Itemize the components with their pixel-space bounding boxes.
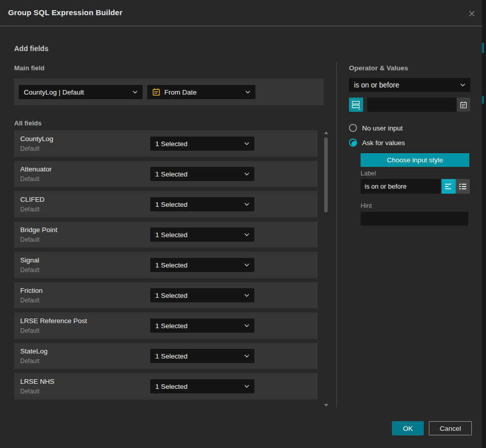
field-type: Default [20,388,39,395]
dialog-titlebar: Group SQL Expression Builder [0,0,482,26]
field-name: Friction [20,287,42,294]
field-selection-value: 1 Selected [155,352,241,360]
field-type: Default [20,236,39,243]
field-row: Signal Default 1 Selected [14,252,318,278]
field-selection-dropdown[interactable]: 1 Selected [150,288,254,302]
field-type: Default [20,357,39,365]
ok-button[interactable]: OK [392,421,424,435]
panel-divider [336,62,337,408]
field-name: LRSE NHS [20,378,55,385]
single-line-input-toggle[interactable] [441,179,456,194]
radio-circle-selected-icon [349,139,357,147]
field-selection-dropdown[interactable]: 1 Selected [150,319,254,333]
chevron-down-icon [244,142,249,145]
field-type: Default [20,145,39,152]
all-fields-list: CountyLog Default 1 Selected Attenuator … [14,130,318,404]
chevron-down-icon [132,91,138,94]
field-row: StateLog Default 1 Selected [14,343,318,369]
field-selection-dropdown[interactable]: 1 Selected [150,228,254,242]
field-selection-value: 1 Selected [155,201,241,208]
label-caption: Label [361,170,376,177]
field-type: Default [20,266,39,274]
background-accent-mark [482,43,484,53]
main-field-select-value: From Date [164,88,242,96]
field-selection-dropdown[interactable]: 1 Selected [150,167,254,181]
field-selection-dropdown[interactable]: 1 Selected [150,349,254,363]
group-sql-expression-builder-dialog: Group SQL Expression Builder Add fields … [0,0,482,448]
field-name: StateLog [20,347,48,355]
operator-select-value: is on or before [354,81,457,89]
scrollbar-thumb[interactable] [324,138,328,212]
background-accent-mark [482,96,484,104]
field-name: Signal [20,256,39,264]
field-selection-dropdown[interactable]: 1 Selected [150,379,254,393]
chevron-down-icon [244,263,249,266]
field-name: LRSE Reference Post [20,317,87,325]
align-left-icon [445,184,452,190]
operator-values-heading: Operator & Values [349,64,408,72]
field-selection-dropdown[interactable]: 1 Selected [150,258,254,272]
close-button[interactable] [467,9,477,19]
add-fields-heading: Add fields [14,44,49,53]
layer-select[interactable]: CountyLog | Default [19,85,143,99]
field-selection-value: 1 Selected [155,170,241,178]
field-name: Attenuator [20,165,52,173]
choose-input-style-button[interactable]: Choose input style [361,153,469,167]
layer-select-value: CountyLog | Default [24,88,129,96]
chevron-down-icon [460,83,465,86]
chevron-down-icon [244,354,249,357]
label-row [361,179,469,194]
field-selection-value: 1 Selected [155,140,241,148]
field-selection-value: 1 Selected [155,231,241,239]
date-picker-button[interactable] [457,98,470,112]
label-input[interactable] [361,179,440,194]
field-selection-value: 1 Selected [155,292,241,299]
field-selection-value: 1 Selected [155,383,241,390]
field-row: Attenuator Default 1 Selected [14,161,318,187]
field-selection-value: 1 Selected [155,261,241,269]
cancel-button[interactable]: Cancel [429,421,472,435]
hint-caption: Hint [361,202,372,209]
field-selection-dropdown[interactable]: 1 Selected [150,197,254,211]
background-app-strip [482,0,486,448]
radio-no-user-input[interactable]: No user input [349,124,403,132]
date-value-input[interactable] [367,98,470,112]
main-field-label: Main field [14,64,45,72]
screen: Group SQL Expression Builder Add fields … [0,0,486,448]
field-row: LRSE Reference Post Default 1 Selected [14,312,318,339]
radio-circle-icon [349,124,357,132]
radio-no-user-input-label: No user input [362,124,403,132]
chevron-down-icon [244,172,249,175]
chevron-down-icon [244,203,249,206]
operator-select[interactable]: is on or before [349,78,470,92]
field-selection-dropdown[interactable]: 1 Selected [150,137,254,151]
field-row: CLIFED Default 1 Selected [14,191,318,217]
list-input-toggle[interactable] [456,179,470,194]
field-row: Friction Default 1 Selected [14,282,318,308]
field-type: Default [20,327,39,334]
value-type-button[interactable] [349,98,363,112]
radio-ask-for-values[interactable]: Ask for values [349,139,405,147]
value-input-row [349,98,470,112]
radio-ask-for-values-label: Ask for values [362,139,405,147]
chevron-down-icon [244,294,249,297]
list-scrollbar [324,130,328,408]
calendar-icon [460,101,467,109]
chevron-down-icon [245,91,250,94]
main-field-panel: CountyLog | Default From Date [14,78,324,105]
field-row: Bridge Point Default 1 Selected [14,221,318,248]
field-row: CountyLog Default 1 Selected [14,130,318,157]
chevron-down-icon [244,233,249,236]
calendar-date-icon [152,88,160,96]
main-field-select[interactable]: From Date [147,85,255,99]
all-fields-label: All fields [14,119,41,127]
chevron-down-icon [244,324,249,327]
field-type: Default [20,297,39,304]
list-icon [459,184,466,190]
hint-input[interactable] [361,212,468,226]
scroll-up-arrow[interactable] [324,131,328,134]
value-type-icon [351,100,361,110]
field-row: LRSE NHS Default 1 Selected [14,373,318,399]
field-selection-value: 1 Selected [155,322,241,330]
scroll-down-arrow[interactable] [324,404,328,407]
